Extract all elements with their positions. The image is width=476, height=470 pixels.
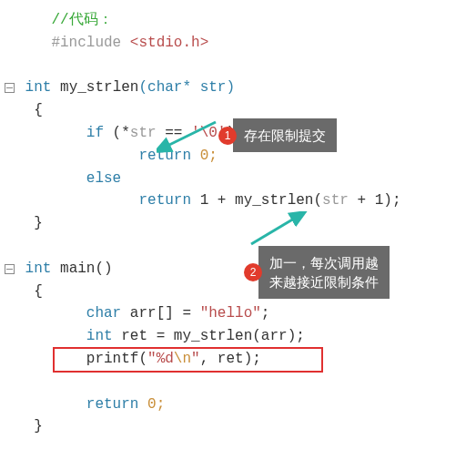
code-line: printf("%d\n", ret); xyxy=(4,348,476,371)
blank-line xyxy=(4,235,476,258)
kw-char: char xyxy=(86,305,121,322)
callout-text: 存在限制提交 xyxy=(233,118,337,152)
callout-number-icon: 2 xyxy=(244,263,262,281)
code-line: } xyxy=(4,212,476,235)
open-brace: { xyxy=(34,283,43,300)
callout-1: 1 存在限制提交 xyxy=(218,118,337,152)
comment-text: //代码： xyxy=(51,12,112,28)
fold-toggle-icon[interactable] xyxy=(5,264,15,274)
fn-name-strlen: my_strlen xyxy=(60,79,138,96)
string-literal: "hello" xyxy=(200,305,261,322)
include-header: <stdio.h> xyxy=(130,35,208,51)
code-line: return 0; xyxy=(4,393,476,416)
code-line: { xyxy=(4,281,476,303)
code-line: //代码： xyxy=(4,9,476,32)
kw-if: if xyxy=(86,125,104,141)
code-line: char arr[] = "hello"; xyxy=(4,302,476,325)
callout-number-icon: 1 xyxy=(218,127,237,145)
fn-printf: printf( xyxy=(86,351,147,367)
code-line: int main() xyxy=(4,258,476,281)
blank-line xyxy=(4,55,476,77)
kw-return: return xyxy=(138,148,191,164)
ret-decl: ret = my_strlen(arr); xyxy=(113,328,305,344)
fn-params: (char* str) xyxy=(138,79,235,96)
blank-line xyxy=(4,371,476,393)
fold-toggle-icon[interactable] xyxy=(5,83,15,93)
code-line: } xyxy=(4,415,476,438)
preproc-include: #include xyxy=(51,35,121,51)
ident-str: str xyxy=(322,192,349,209)
code-line: else xyxy=(4,168,476,190)
close-brace: } xyxy=(34,418,43,434)
code-line: #include <stdio.h> xyxy=(4,32,476,55)
kw-int: int xyxy=(25,79,52,96)
code-line: int ret = my_strlen(arr); xyxy=(4,325,476,348)
code-line: int my_strlen(char* str) xyxy=(4,77,476,99)
callout-text: 加一，每次调用越 来越接近限制条件 xyxy=(258,246,390,299)
kw-else: else xyxy=(86,170,121,187)
kw-int: int xyxy=(86,328,113,344)
ident-str: str xyxy=(130,125,157,141)
close-brace: } xyxy=(34,215,43,231)
kw-return: return xyxy=(86,396,139,413)
callout-2: 2 加一，每次调用越 来越接近限制条件 xyxy=(244,246,390,299)
kw-return: return xyxy=(138,192,191,209)
kw-int: int xyxy=(25,261,52,277)
fn-name-main: main() xyxy=(51,261,112,277)
code-editor: //代码： #include <stdio.h> int my_strlen(c… xyxy=(0,0,476,438)
open-brace: { xyxy=(34,102,43,118)
code-line: return 1 + my_strlen(str + 1); xyxy=(4,189,476,212)
